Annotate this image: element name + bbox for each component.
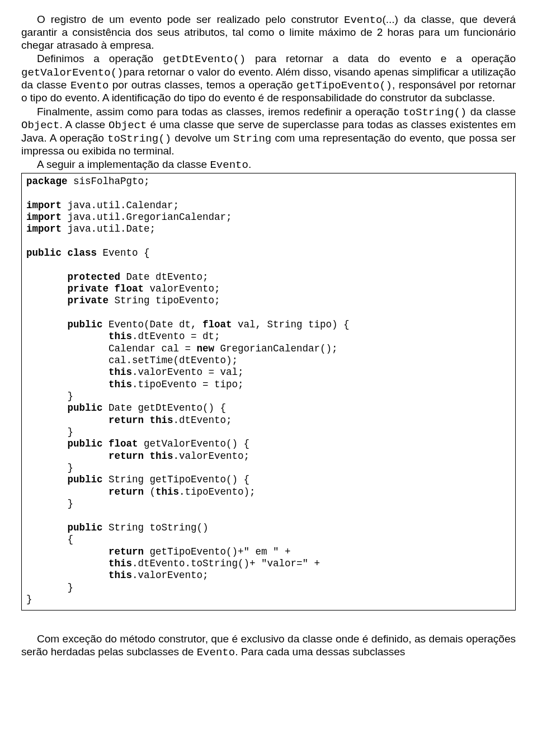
keyword: float bbox=[115, 283, 144, 294]
code-text: String toString() bbox=[103, 522, 209, 533]
keyword: class bbox=[68, 247, 97, 259]
code-text: } bbox=[68, 498, 74, 509]
code-pad bbox=[26, 426, 68, 438]
code-pad bbox=[26, 415, 109, 426]
text: devolve um bbox=[171, 132, 233, 144]
keyword: this bbox=[109, 570, 132, 581]
code-pad bbox=[26, 271, 68, 283]
code-text bbox=[103, 438, 109, 449]
code-text bbox=[144, 415, 150, 426]
code-text: .dtEvento = dt; bbox=[132, 331, 220, 342]
code-pad bbox=[26, 534, 68, 545]
code-text: { bbox=[68, 534, 74, 545]
code-pad bbox=[26, 570, 109, 581]
inline-code: getDtEvento() bbox=[163, 53, 246, 65]
code-text: .tipoEvento); bbox=[179, 486, 256, 497]
code-text: sisFolhaPgto; bbox=[68, 176, 150, 187]
code-pad bbox=[26, 522, 68, 533]
text: . bbox=[248, 158, 251, 170]
inline-code: Evento bbox=[344, 14, 382, 26]
text: por outras classes, temos a operação bbox=[109, 79, 296, 91]
code-text: String getTipoEvento() { bbox=[103, 474, 250, 485]
code-pad bbox=[26, 438, 68, 449]
paragraph-2: Definimos a operação getDtEvento() para … bbox=[21, 53, 516, 105]
keyword: public bbox=[26, 247, 62, 259]
code-text: cal.setTime(dtEvento); bbox=[109, 355, 238, 366]
text: . Para cada uma dessas subclasses bbox=[235, 646, 405, 658]
inline-code: String bbox=[233, 133, 271, 145]
keyword: package bbox=[26, 176, 68, 187]
code-pad bbox=[26, 331, 109, 342]
code-pad bbox=[26, 462, 68, 473]
code-pad bbox=[26, 283, 68, 294]
keyword: this bbox=[109, 379, 132, 390]
code-pad bbox=[26, 391, 68, 402]
text: Finalmente, assim como para todas as cla… bbox=[37, 106, 403, 118]
inline-code: getTipoEvento() bbox=[296, 79, 392, 92]
paragraph-3: Finalmente, assim como para todas as cla… bbox=[21, 106, 516, 158]
inline-code: Object bbox=[21, 119, 59, 132]
code-text: Evento(Date dt, bbox=[103, 319, 203, 330]
code-pad bbox=[26, 486, 109, 497]
text: A seguir a implementação da classe bbox=[37, 158, 210, 170]
code-text bbox=[109, 283, 115, 294]
keyword: return bbox=[109, 415, 144, 426]
code-text: .tipoEvento = tipo; bbox=[132, 379, 244, 390]
code-text: } bbox=[68, 462, 74, 473]
code-pad bbox=[26, 355, 109, 366]
keyword: this bbox=[150, 450, 173, 462]
code-pad bbox=[26, 379, 109, 390]
code-text: java.util.GregorianCalendar; bbox=[62, 212, 232, 223]
code-text: java.util.Calendar; bbox=[62, 200, 179, 211]
keyword: return bbox=[109, 546, 144, 557]
keyword: return bbox=[109, 486, 144, 497]
inline-code: Evento bbox=[70, 79, 109, 92]
keyword: this bbox=[109, 331, 132, 342]
code-text: GregorianCalendar(); bbox=[214, 343, 338, 354]
code-pad bbox=[26, 295, 68, 306]
code-text bbox=[144, 450, 150, 462]
code-pad bbox=[26, 343, 109, 354]
keyword: this bbox=[109, 558, 132, 569]
code-text: val, String tipo) { bbox=[232, 319, 350, 330]
code-pad bbox=[26, 498, 68, 509]
code-text: ( bbox=[144, 486, 156, 497]
code-pad bbox=[26, 402, 68, 414]
inline-code: toString() bbox=[403, 106, 467, 119]
code-text: getTipoEvento()+" em " + bbox=[144, 546, 291, 557]
keyword: import bbox=[26, 223, 62, 234]
code-text: Date dtEvento; bbox=[120, 271, 209, 283]
text: da classe bbox=[467, 106, 516, 118]
code-text: .valorEvento; bbox=[132, 570, 209, 581]
text: O registro de um evento pode ser realiza… bbox=[37, 13, 344, 25]
keyword: public bbox=[68, 402, 103, 414]
text: Definimos a operação bbox=[37, 53, 163, 64]
code-block-evento: package sisFolhaPgto; import java.util.C… bbox=[21, 173, 516, 611]
code-text bbox=[62, 247, 68, 259]
code-pad bbox=[26, 319, 68, 330]
keyword: float bbox=[109, 438, 138, 449]
code-pad bbox=[26, 474, 68, 485]
code-text: String tipoEvento; bbox=[109, 295, 220, 306]
inline-code: getValorEvento() bbox=[21, 67, 123, 79]
inline-code: Evento bbox=[210, 159, 248, 171]
paragraph-4: A seguir a implementação da classe Event… bbox=[21, 158, 516, 171]
keyword: this bbox=[109, 367, 132, 378]
keyword: new bbox=[197, 343, 215, 354]
code-pad bbox=[26, 367, 109, 378]
code-text: .valorEvento = val; bbox=[132, 367, 244, 378]
code-text: Evento { bbox=[97, 247, 150, 259]
paragraph-1: O registro de um evento pode ser realiza… bbox=[21, 13, 516, 51]
keyword: import bbox=[26, 212, 62, 223]
keyword: public bbox=[68, 474, 103, 485]
code-text: valorEvento; bbox=[144, 283, 220, 294]
code-text: } bbox=[68, 391, 74, 402]
code-text: } bbox=[26, 594, 32, 605]
text: . A classe bbox=[59, 119, 109, 130]
code-text: .dtEvento; bbox=[173, 415, 232, 426]
code-text: .valorEvento; bbox=[173, 450, 250, 462]
code-text: getValorEvento() { bbox=[138, 438, 250, 449]
code-pad bbox=[26, 450, 109, 462]
keyword: public bbox=[68, 319, 103, 330]
keyword: public bbox=[68, 522, 103, 533]
